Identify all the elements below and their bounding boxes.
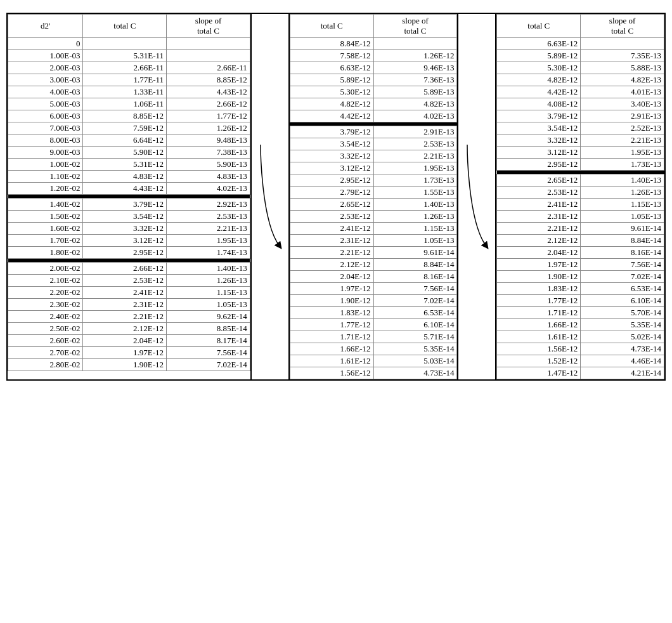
cell-c: 1.66E-12 [290,343,373,355]
cell-s: 8.16E-14 [373,271,457,283]
cell-s: 9.46E-13 [373,62,457,74]
cell-c: 5.30E-12 [290,86,373,98]
cell-c: 2.04E-12 [83,335,167,347]
cell-c: 2.04E-12 [497,247,581,259]
arrow2-divider [458,13,496,380]
cell-s: 7.38E-13 [167,147,250,159]
cell-s: 9.61E-14 [581,223,664,235]
cell-s [581,38,664,50]
cell-c: 2.31E-12 [497,211,581,223]
cell-s: 5.70E-14 [581,307,664,319]
cell-c: 2.04E-12 [290,271,373,283]
cell-s: 6.53E-14 [373,307,457,319]
cell-s: 1.05E-13 [167,299,250,311]
cell-d2: 8.00E-03 [8,134,83,147]
cell-s: 1.26E-13 [581,187,664,199]
cell-c: 3.79E-12 [290,126,373,138]
cell-d2: 2.60E-02 [8,335,83,347]
cell-s: 4.83E-13 [167,171,250,183]
cell-d2: 2.80E-02 [8,359,83,371]
cell-s: 6.10E-14 [581,295,664,307]
cell-c: 1.61E-12 [290,355,373,367]
cell-s: 4.21E-14 [581,367,664,379]
cell-c: 4.42E-12 [497,86,581,98]
cell-c: 3.32E-12 [497,134,581,147]
cell-s: 7.35E-13 [581,50,664,62]
cell-s [167,38,250,50]
cell-s: 4.82E-13 [373,98,457,110]
cell-c: 6.63E-12 [497,38,581,50]
cell-s: 2.91E-13 [373,126,457,138]
cell-s: 7.02E-14 [581,271,664,283]
cell-c: 2.12E-12 [290,259,373,271]
cell-c: 1.56E-12 [497,343,581,355]
cell-s: 1.15E-13 [373,223,457,235]
cell-s: 1.15E-13 [167,287,250,299]
cell-c: 2.95E-12 [497,159,581,171]
cell-c: 3.79E-12 [83,199,167,211]
cell-c: 1.06E-11 [83,98,167,110]
cell-s: 7.56E-14 [167,347,250,359]
cell-s: 8.84E-14 [581,235,664,247]
cell-c: 3.12E-12 [497,147,581,159]
cell-c: 1.47E-12 [497,367,581,379]
cell-c: 3.12E-12 [83,235,167,247]
cell-c: 1.97E-12 [290,283,373,295]
cell-s: 1.95E-13 [167,235,250,247]
cell-s: 7.02E-14 [373,295,457,307]
cell-d2: 2.00E-02 [8,263,83,275]
cell-s: 4.82E-13 [581,74,664,86]
cell-s: 8.17E-14 [167,335,250,347]
cell-d2: 2.70E-02 [8,347,83,359]
cell-s: 1.73E-13 [581,159,664,171]
cell-c: 1.77E-11 [83,74,167,86]
cell-d2: 2.40E-02 [8,311,83,323]
cell-s: 1.77E-12 [167,110,250,122]
cell-c: 3.54E-12 [83,211,167,223]
cell-s: 1.26E-13 [373,211,457,223]
cell-c: 2.21E-12 [83,311,167,323]
col-d2-header: d2' [8,15,83,38]
cell-c: 5.31E-11 [83,50,167,62]
cell-s: 8.85E-12 [167,74,250,86]
cell-s: 6.53E-14 [581,283,664,295]
cell-d2: 5.00E-03 [8,98,83,110]
cell-c: 1.97E-12 [83,347,167,359]
cell-c: 1.83E-12 [497,283,581,295]
cell-c: 5.30E-12 [497,62,581,74]
cell-c: 2.95E-12 [290,174,373,187]
cell-s: 1.74E-13 [167,247,250,259]
cell-s: 2.91E-13 [581,110,664,122]
cell-c: 2.31E-12 [290,235,373,247]
cell-c: 2.65E-12 [290,199,373,211]
cell-s: 5.88E-13 [581,62,664,74]
cell-c: 2.31E-12 [83,299,167,311]
cell-s: 1.73E-13 [373,174,457,187]
cell-c: 1.61E-12 [497,331,581,343]
cell-c: 5.90E-12 [83,147,167,159]
cell-s: 1.40E-13 [167,263,250,275]
cell-c: 2.41E-12 [497,199,581,211]
cell-c: 1.77E-12 [290,319,373,331]
cell-s [167,50,250,62]
cell-c: 1.71E-12 [497,307,581,319]
cell-c: 6.64E-12 [83,134,167,147]
cell-s: 5.71E-14 [373,331,457,343]
cell-s: 1.40E-13 [373,199,457,211]
cell-c: 2.12E-12 [497,235,581,247]
cell-s: 2.92E-13 [167,199,250,211]
cell-s: 1.95E-13 [581,147,664,159]
cell-d2: 2.20E-02 [8,287,83,299]
cell-c: 1.71E-12 [290,331,373,343]
cell-c: 2.95E-12 [83,247,167,259]
cell-c: 2.21E-12 [290,247,373,259]
cell-s: 1.26E-13 [167,275,250,287]
cell-c: 2.41E-12 [290,223,373,235]
cell-c: 1.52E-12 [497,355,581,367]
cell-s: 5.89E-13 [373,86,457,98]
cell-s: 9.48E-13 [167,134,250,147]
cell-d2: 2.50E-02 [8,323,83,335]
cell-c: 3.54E-12 [290,138,373,150]
cell-c: 4.83E-12 [83,171,167,183]
cell-s: 7.02E-14 [167,359,250,371]
